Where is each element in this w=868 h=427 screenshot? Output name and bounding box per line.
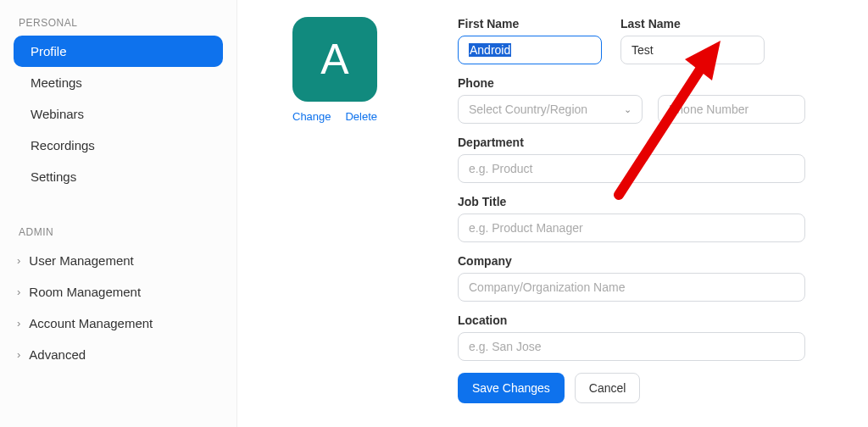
chevron-right-icon: ›: [17, 286, 20, 298]
department-input[interactable]: [458, 154, 805, 183]
sidebar: PERSONAL Profile Meetings Webinars Recor…: [0, 0, 237, 427]
chevron-right-icon: ›: [17, 348, 20, 361]
sidebar-item-user-management[interactable]: › User Management: [14, 245, 223, 276]
sidebar-item-label: Profile: [31, 44, 67, 58]
nav-admin-list: › User Management › Room Management › Ac…: [14, 245, 223, 370]
first-name-input[interactable]: Android: [458, 36, 602, 64]
company-input[interactable]: [458, 273, 805, 302]
country-select[interactable]: Select Country/Region ⌄: [458, 95, 643, 124]
main-content: A Change Delete First Name Android: [237, 0, 868, 427]
section-header-admin: ADMIN: [19, 226, 223, 238]
location-label: Location: [458, 313, 805, 327]
company-label: Company: [458, 254, 805, 268]
section-header-personal: PERSONAL: [19, 17, 223, 29]
last-name-label: Last Name: [620, 17, 765, 30]
department-label: Department: [458, 136, 805, 149]
sidebar-item-recordings[interactable]: Recordings: [14, 130, 223, 161]
sidebar-item-label: Advanced: [29, 347, 86, 362]
phone-label: Phone: [458, 76, 805, 90]
avatar: A: [292, 17, 377, 102]
first-name-label: First Name: [458, 17, 602, 30]
sidebar-item-label: User Management: [29, 253, 133, 268]
job-title-label: Job Title: [458, 195, 805, 208]
sidebar-item-label: Settings: [31, 169, 76, 184]
cancel-button[interactable]: Cancel: [575, 373, 641, 403]
avatar-change-link[interactable]: Change: [292, 110, 331, 123]
save-button[interactable]: Save Changes: [458, 373, 565, 403]
sidebar-item-webinars[interactable]: Webinars: [14, 98, 223, 130]
sidebar-item-meetings[interactable]: Meetings: [14, 67, 223, 98]
sidebar-item-profile[interactable]: Profile: [14, 36, 223, 67]
sidebar-item-settings[interactable]: Settings: [14, 161, 223, 192]
chevron-down-icon: ⌄: [624, 104, 632, 115]
sidebar-item-label: Room Management: [29, 285, 141, 299]
avatar-initial: A: [320, 35, 348, 84]
last-name-input[interactable]: [620, 36, 765, 64]
phone-number-input[interactable]: [658, 95, 805, 124]
chevron-right-icon: ›: [17, 254, 20, 267]
chevron-right-icon: ›: [17, 317, 20, 330]
profile-form: First Name Android Last Name Phone: [458, 17, 805, 403]
first-name-value: Android: [469, 43, 511, 57]
sidebar-item-label: Meetings: [31, 75, 82, 90]
nav-personal-list: Profile Meetings Webinars Recordings Set…: [14, 36, 223, 192]
country-placeholder: Select Country/Region: [469, 103, 587, 116]
sidebar-item-label: Recordings: [31, 138, 95, 152]
sidebar-item-advanced[interactable]: › Advanced: [14, 339, 223, 370]
sidebar-item-label: Account Management: [29, 316, 153, 330]
sidebar-item-label: Webinars: [31, 107, 84, 121]
avatar-column: A Change Delete: [288, 17, 381, 123]
sidebar-item-room-management[interactable]: › Room Management: [14, 276, 223, 308]
sidebar-item-account-management[interactable]: › Account Management: [14, 308, 223, 339]
location-input[interactable]: [458, 332, 805, 361]
avatar-delete-link[interactable]: Delete: [345, 110, 377, 123]
job-title-input[interactable]: [458, 214, 805, 242]
